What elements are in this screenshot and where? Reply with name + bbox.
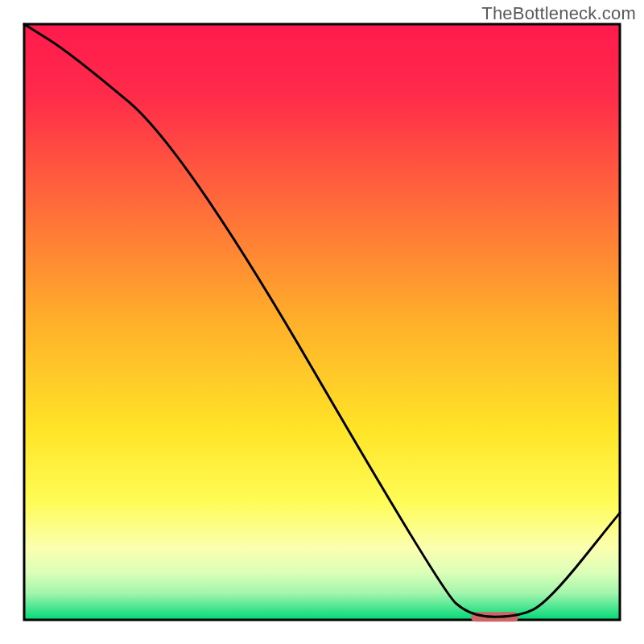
plot-background (24, 24, 620, 620)
chart-svg (0, 0, 644, 644)
watermark-text: TheBottleneck.com (481, 3, 636, 24)
chart-container: TheBottleneck.com (0, 0, 644, 644)
